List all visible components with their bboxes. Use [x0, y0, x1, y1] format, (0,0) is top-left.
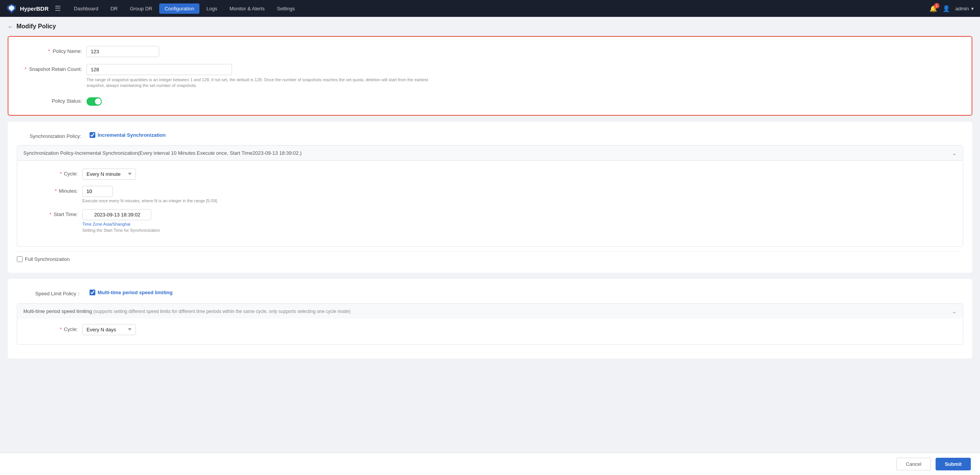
cycle-label: * Cycle:: [33, 169, 82, 177]
cycle-select[interactable]: Every N minute Every N hour Every N day: [82, 169, 136, 180]
timezone-hint: Time Zone Asia/Shanghai: [82, 222, 160, 226]
nav-settings[interactable]: Settings: [271, 3, 300, 14]
user-menu[interactable]: admin ▾: [956, 6, 974, 11]
speed-collapse-hint: (supports setting different speed limits…: [93, 309, 351, 314]
policy-name-label: * Policy Name:: [18, 46, 87, 54]
speed-collapse-text: Multi-time period speed limiting: [23, 308, 92, 314]
speed-collapse-chevron-icon: [952, 308, 957, 315]
navbar: HyperBDR ☰ Dashboard DR Group DR Configu…: [0, 0, 980, 17]
nav-logs[interactable]: Logs: [201, 3, 222, 14]
back-button[interactable]: ←: [8, 23, 13, 30]
page-title: Modify Policy: [16, 23, 56, 30]
submit-button[interactable]: Submit: [936, 458, 971, 470]
cycle-row: * Cycle: Every N minute Every N hour Eve…: [33, 169, 947, 180]
incremental-sync-checkbox[interactable]: [90, 132, 95, 138]
policy-name-input[interactable]: [87, 46, 159, 57]
navbar-right: 🔔1 👤 admin ▾: [929, 5, 974, 12]
nav-dr[interactable]: DR: [105, 3, 123, 14]
logo: HyperBDR: [6, 3, 49, 14]
full-sync-checkbox[interactable]: [17, 256, 23, 262]
minutes-hint: Execute once every N minutes, where N is…: [82, 198, 218, 203]
collapse-header[interactable]: Synchronization Policy-Incremental Synch…: [17, 146, 963, 161]
logo-icon: [6, 3, 17, 14]
sync-policy-row: Synchronization Policy: Incremental Sync…: [17, 131, 963, 139]
alert-badge: 1: [934, 3, 939, 8]
full-sync-row: Full Synchronization: [17, 251, 963, 264]
avatar-icon[interactable]: 👤: [942, 5, 950, 12]
nav-dashboard[interactable]: Dashboard: [69, 3, 104, 14]
snapshot-retain-row: * Snapshot Retain Count: The range of sn…: [18, 64, 962, 89]
incremental-sync-label: Incremental Synchronization: [98, 132, 166, 138]
policy-name-row: * Policy Name:: [18, 46, 962, 57]
incremental-sync-checkbox-label[interactable]: Incremental Synchronization: [90, 132, 166, 138]
speed-policy-row: Speed Limit Policy： Multi-time period sp…: [17, 288, 963, 297]
collapse-body: * Cycle: Every N minute Every N hour Eve…: [17, 161, 963, 246]
page-content: ← Modify Policy * Policy Name: * Snapsho…: [0, 17, 980, 475]
speed-limit-label: Multi-time period speed limiting: [98, 290, 173, 295]
cancel-button[interactable]: Cancel: [896, 458, 931, 470]
collapse-header-text: Synchronization Policy-Incremental Synch…: [23, 150, 302, 156]
page-header: ← Modify Policy: [8, 23, 972, 30]
speed-section: Speed Limit Policy： Multi-time period sp…: [8, 279, 972, 359]
sync-section: Synchronization Policy: Incremental Sync…: [8, 122, 972, 273]
bell-icon[interactable]: 🔔1: [929, 5, 937, 12]
policy-status-row: Policy Status:: [18, 96, 962, 106]
speed-policy-label: Speed Limit Policy：: [17, 288, 86, 297]
start-time-hint: Setting the Start Time for Synchronizati…: [82, 228, 160, 233]
logo-text: HyperBDR: [20, 5, 49, 12]
full-sync-label: Full Synchronization: [25, 256, 70, 262]
minutes-input[interactable]: [82, 186, 113, 197]
user-label: admin: [956, 6, 969, 11]
collapse-chevron-icon: [952, 149, 957, 157]
hamburger-icon[interactable]: ☰: [55, 4, 61, 13]
speed-limit-checkbox[interactable]: [90, 290, 95, 295]
nav-monitor-alerts[interactable]: Monitor & Alerts: [224, 3, 270, 14]
start-time-label: * Start Time:: [33, 209, 82, 217]
user-chevron-icon: ▾: [971, 6, 974, 11]
snapshot-hint: The range of snapshot quantities is an i…: [87, 77, 431, 89]
minutes-row: * Minutes: Execute once every N minutes,…: [33, 186, 947, 203]
speed-collapse: Multi-time period speed limiting (suppor…: [17, 303, 963, 345]
speed-collapse-header[interactable]: Multi-time period speed limiting (suppor…: [17, 304, 963, 319]
policy-status-toggle[interactable]: [87, 97, 102, 106]
incremental-sync-collapse: Synchronization Policy-Incremental Synch…: [17, 145, 963, 247]
policy-card: * Policy Name: * Snapshot Retain Count: …: [8, 36, 972, 116]
snapshot-retain-input[interactable]: [87, 64, 232, 75]
speed-cycle-row: * Cycle: Every N days: [33, 324, 947, 335]
sync-policy-label: Synchronization Policy:: [17, 131, 86, 139]
start-time-row: * Start Time: 🕐 Time Zone Asia/Shanghai …: [33, 209, 947, 233]
start-time-input[interactable]: [82, 209, 151, 220]
minutes-label: * Minutes:: [33, 186, 82, 194]
nav-group-dr[interactable]: Group DR: [124, 3, 158, 14]
footer: Cancel Submit: [0, 453, 980, 475]
policy-status-label: Policy Status:: [18, 96, 87, 104]
nav-configuration[interactable]: Configuration: [159, 3, 199, 14]
snapshot-retain-label: * Snapshot Retain Count:: [18, 64, 87, 72]
speed-collapse-body: * Cycle: Every N days: [17, 319, 963, 344]
speed-cycle-select[interactable]: Every N days: [82, 324, 136, 335]
speed-cycle-label: * Cycle:: [33, 324, 82, 332]
navbar-menu: Dashboard DR Group DR Configuration Logs…: [69, 3, 929, 14]
full-sync-checkbox-label[interactable]: Full Synchronization: [17, 256, 70, 262]
speed-limit-checkbox-label[interactable]: Multi-time period speed limiting: [90, 290, 173, 295]
